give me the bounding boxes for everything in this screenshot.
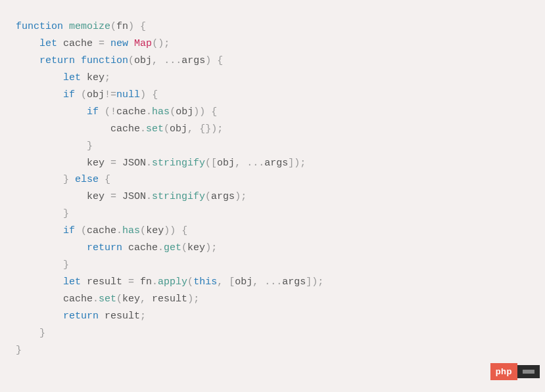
code-token: args — [181, 55, 205, 66]
code-token — [75, 55, 81, 66]
code-token: {}); — [199, 123, 223, 135]
code-token: . — [116, 225, 122, 236]
code-token — [16, 55, 39, 66]
code-token: cache — [57, 38, 99, 49]
code-token: ( — [128, 55, 134, 66]
code-token: key — [81, 72, 105, 83]
code-token: cache — [87, 225, 116, 236]
watermark-php-label: php — [490, 363, 517, 380]
code-block: function memoize(fn) { let cache = new M… — [16, 18, 529, 359]
code-token — [16, 89, 63, 100]
code-line: if (obj!=null) { — [16, 87, 529, 104]
code-token: if — [87, 106, 99, 118]
code-token: . — [152, 276, 158, 288]
code-token — [211, 55, 217, 66]
code-token: , — [140, 294, 146, 305]
code-token: JSON — [116, 158, 146, 169]
code-token: obj — [134, 55, 152, 66]
code-token: Map — [134, 38, 152, 49]
code-token: new — [110, 38, 128, 49]
code-token: result — [99, 311, 140, 322]
code-token — [75, 225, 81, 236]
code-token: obj — [176, 106, 193, 118]
watermark-dark-block — [517, 365, 540, 378]
code-token: has — [122, 225, 140, 236]
code-token: key — [187, 242, 205, 253]
code-token: ... — [264, 276, 282, 288]
code-line: } — [16, 342, 529, 359]
code-token: obj — [170, 123, 187, 135]
code-token: ); — [205, 242, 217, 253]
code-token: memoize — [69, 21, 110, 32]
code-token: ( — [181, 242, 187, 253]
code-token — [205, 106, 211, 118]
code-token — [16, 174, 63, 185]
code-token: result — [81, 276, 128, 288]
code-token: obj — [235, 276, 252, 288]
code-token: ; — [140, 311, 146, 322]
code-token: ( — [81, 225, 87, 236]
code-token: ]); — [306, 276, 323, 288]
code-token: args — [282, 276, 306, 288]
code-line: let result = fn.apply(this, [obj, ...arg… — [16, 274, 529, 291]
code-token: = — [110, 191, 116, 202]
code-token: [ — [229, 276, 235, 288]
code-line: return function(obj, ...args) { — [16, 53, 529, 70]
code-token: (); — [152, 38, 170, 49]
code-token: , — [252, 276, 258, 288]
code-token: . — [158, 242, 164, 253]
code-token: args — [264, 158, 288, 169]
code-token: cache — [116, 106, 146, 118]
code-token — [105, 38, 110, 49]
code-token — [158, 55, 164, 66]
code-line: cache.set(obj, {}); — [16, 121, 529, 138]
code-line: cache.set(key, result); — [16, 291, 529, 308]
code-token: fn — [134, 276, 152, 288]
code-token: if — [63, 225, 75, 236]
code-line: let cache = new Map(); — [16, 35, 529, 53]
code-line: return cache.get(key); — [16, 240, 529, 257]
code-token: ; — [105, 72, 110, 83]
code-token — [16, 225, 63, 236]
code-token: let — [39, 38, 57, 49]
code-token: cache — [16, 123, 140, 135]
code-token: ( — [116, 294, 122, 305]
code-token: cache — [16, 294, 93, 305]
code-token: let — [63, 276, 81, 288]
code-token — [75, 89, 81, 100]
code-token: . — [146, 106, 152, 118]
code-token: (! — [105, 106, 116, 118]
code-token: != — [105, 89, 116, 100]
code-token: . — [146, 191, 152, 202]
code-token — [258, 276, 264, 288]
code-token — [69, 174, 75, 185]
code-token — [193, 123, 199, 135]
code-token — [16, 276, 63, 288]
code-line: let key; — [16, 70, 529, 87]
watermark: php — [490, 363, 540, 380]
code-token: set — [99, 294, 116, 305]
code-token: obj — [87, 89, 105, 100]
code-token: { — [181, 225, 187, 236]
code-token: . — [93, 294, 99, 305]
code-token: } — [87, 141, 93, 152]
code-token: set — [146, 123, 164, 135]
code-token: ( — [205, 191, 211, 202]
code-token: this — [193, 276, 217, 288]
code-token: ( — [140, 225, 146, 236]
code-token: { — [105, 174, 110, 185]
code-token: . — [140, 123, 146, 135]
code-token: )) — [164, 225, 176, 236]
code-token — [16, 242, 87, 253]
code-token: ( — [81, 89, 87, 100]
code-token: ) — [128, 21, 134, 32]
code-token — [16, 72, 63, 83]
code-token: ]); — [288, 158, 306, 169]
code-token: JSON — [116, 191, 146, 202]
code-token: ); — [187, 294, 199, 305]
code-token: else — [75, 174, 99, 185]
code-token — [99, 106, 105, 118]
code-token — [16, 106, 87, 118]
code-line: if (!cache.has(obj)) { — [16, 104, 529, 121]
code-token — [16, 259, 63, 271]
